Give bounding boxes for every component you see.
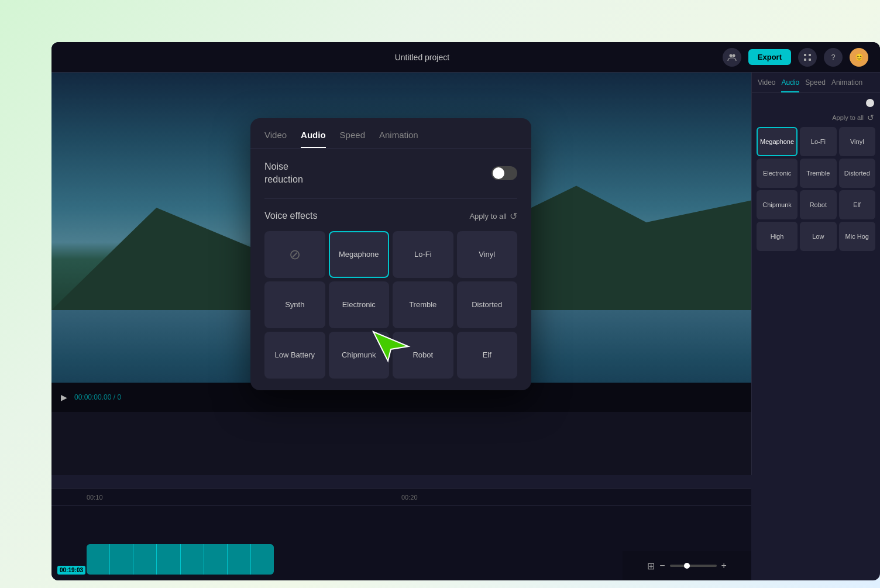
svg-point-1 (732, 54, 735, 57)
effects-grid-right: Megaphone Lo-Fi Vinyl Electronic Tremble… (752, 127, 880, 251)
cursor-arrow (367, 329, 414, 364)
timeline-ruler: 00:10 00:20 (51, 489, 751, 506)
tab-animation-right[interactable]: Animation (831, 78, 862, 92)
grid-view-icon[interactable]: ⊞ (647, 561, 655, 572)
effect-low-right[interactable]: Low (800, 222, 836, 251)
effect-tremble-right[interactable]: Tremble (800, 159, 836, 188)
noise-reduction-section: Noise reduction (250, 160, 531, 199)
track-frame-1 (87, 544, 109, 575)
effect-lofi[interactable]: Lo-Fi (393, 231, 453, 278)
ruler-mark-0: 00:10 (87, 494, 401, 501)
right-panel: Video Audio Speed Animation Apply to all… (751, 73, 880, 475)
modal-tab-audio[interactable]: Audio (301, 130, 326, 148)
bottom-toolbar: ⊞ − + (623, 551, 751, 580)
effect-high-right[interactable]: High (757, 222, 798, 251)
timeline-track-inner (87, 544, 274, 575)
zoom-thumb (684, 563, 690, 569)
divider (264, 198, 517, 199)
none-icon: ⊘ (289, 246, 301, 263)
modal-tabs: Video Audio Speed Animation (250, 118, 531, 149)
svg-rect-3 (809, 54, 811, 56)
right-panel-actions: Apply to all ↺ (752, 113, 880, 127)
effect-vinyl[interactable]: Vinyl (457, 231, 518, 278)
svg-rect-4 (804, 59, 806, 61)
right-panel-toggle-row (752, 99, 880, 113)
top-bar-right: Export ? 😊 (723, 48, 868, 67)
effect-tremble[interactable]: Tremble (393, 281, 453, 328)
track-frame-3 (133, 544, 156, 575)
track-frame-2 (110, 544, 133, 575)
effect-vinyl-right[interactable]: Vinyl (839, 127, 875, 156)
apply-all-label: Apply to all (469, 212, 507, 221)
effect-electronic-right[interactable]: Electronic (757, 159, 798, 188)
effect-distorted-right[interactable]: Distorted (839, 159, 875, 188)
timeline-track[interactable] (87, 544, 274, 575)
tab-speed-right[interactable]: Speed (805, 78, 826, 92)
question-icon[interactable]: ? (824, 48, 843, 67)
track-frame-7 (228, 544, 250, 575)
top-bar: Untitled project Export ? 😊 (51, 42, 880, 73)
ruler-mark-1: 00:20 (401, 494, 716, 501)
effect-synth[interactable]: Synth (264, 281, 325, 328)
timeline-area: 00:10 00:20 00:19:03 ⊞ − + (51, 488, 751, 580)
export-button[interactable]: Export (748, 49, 791, 65)
track-frame-4 (157, 544, 180, 575)
apply-all-button-right[interactable]: Apply to all (832, 114, 864, 121)
svg-marker-6 (373, 332, 408, 361)
effect-megaphone-right[interactable]: Megaphone (757, 127, 798, 156)
voice-effects-label: Voice effects (264, 211, 317, 221)
track-frame-6 (204, 544, 227, 575)
effect-robot-right[interactable]: Robot (800, 190, 836, 219)
svg-rect-5 (809, 59, 811, 61)
track-frame-5 (181, 544, 204, 575)
right-panel-tabs: Video Audio Speed Animation (752, 73, 880, 93)
effect-elf[interactable]: Elf (457, 332, 518, 379)
modal-tab-speed[interactable]: Speed (340, 130, 365, 148)
project-title: Untitled project (395, 53, 449, 62)
svg-point-0 (729, 54, 732, 57)
tab-video-right[interactable]: Video (758, 78, 775, 92)
effect-chipmunk-right[interactable]: Chipmunk (757, 190, 798, 219)
timeline-timecode: 00:19:03 (57, 566, 85, 575)
track-frame-8 (251, 544, 274, 575)
zoom-out-icon[interactable]: − (659, 561, 665, 571)
grid-icon[interactable] (798, 48, 817, 67)
effect-michog-right[interactable]: Mic Hog (839, 222, 875, 251)
zoom-in-icon[interactable]: + (721, 561, 727, 571)
modal-tab-video[interactable]: Video (264, 130, 287, 148)
tab-audio-right[interactable]: Audio (781, 78, 799, 92)
app-window: Untitled project Export ? 😊 (51, 42, 880, 580)
effect-elf-right[interactable]: Elf (839, 190, 875, 219)
people-icon[interactable] (723, 48, 741, 67)
reset-icon: ↺ (510, 211, 517, 222)
voice-effects-header: Voice effects Apply to all ↺ (264, 211, 517, 222)
effect-electronic[interactable]: Electronic (329, 281, 390, 328)
toggle-knob (493, 167, 504, 179)
noise-reduction-toggle[interactable] (491, 166, 517, 180)
avatar[interactable]: 😊 (850, 48, 868, 67)
reset-icon-right[interactable]: ↺ (867, 113, 874, 122)
effect-low-battery[interactable]: Low Battery (264, 332, 325, 379)
zoom-slider[interactable] (670, 565, 717, 567)
effect-distorted[interactable]: Distorted (457, 281, 518, 328)
effect-none[interactable]: ⊘ (264, 231, 325, 278)
noise-reduction-label: Noise reduction (264, 160, 303, 187)
effect-megaphone[interactable]: Megaphone (329, 231, 390, 278)
apply-all-button[interactable]: Apply to all ↺ (469, 211, 517, 222)
noise-reduction-row: Noise reduction (264, 160, 517, 187)
view-toggle[interactable] (866, 99, 874, 107)
svg-rect-2 (804, 54, 806, 56)
modal-tab-animation[interactable]: Animation (379, 130, 418, 148)
effect-lofi-right[interactable]: Lo-Fi (800, 127, 836, 156)
